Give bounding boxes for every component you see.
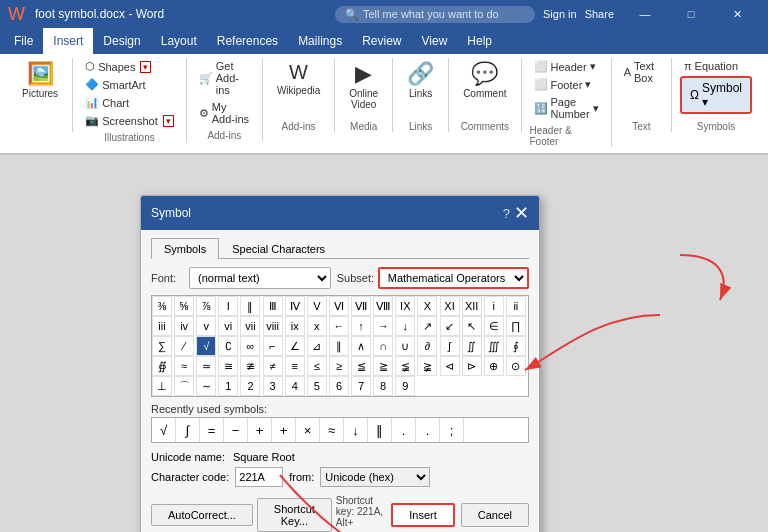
symbol-cell[interactable]: Ⅲ — [263, 296, 283, 316]
recent-symbol-cell[interactable]: + — [272, 418, 296, 442]
symbol-cell[interactable]: ∧ — [351, 336, 371, 356]
textbox-btn[interactable]: A Text Box — [620, 58, 663, 86]
symbol-cell[interactable]: ⊥ — [152, 376, 172, 396]
symbol-cell[interactable]: ⊳ — [462, 356, 482, 376]
symbol-cell[interactable]: vi — [218, 316, 238, 336]
symbol-cell[interactable]: ↓ — [395, 316, 415, 336]
symbol-btn[interactable]: Ω Symbol ▾ — [680, 76, 752, 114]
symbol-cell[interactable]: ≃ — [196, 356, 216, 376]
symbol-cell[interactable]: 8 — [373, 376, 393, 396]
dialog-help-btn[interactable]: ? — [503, 206, 510, 221]
symbol-cell[interactable]: ≨ — [395, 356, 415, 376]
symbol-cell[interactable]: 9 — [395, 376, 415, 396]
symbol-cell[interactable]: XI — [440, 296, 460, 316]
symbol-cell[interactable]: ∬ — [462, 336, 482, 356]
symbol-cell[interactable]: 6 — [329, 376, 349, 396]
symbol-cell[interactable]: Ⅶ — [351, 296, 371, 316]
symbol-cell[interactable]: ≧ — [373, 356, 393, 376]
close-btn[interactable]: ✕ — [714, 0, 760, 28]
symbol-cell[interactable]: ⌐ — [263, 336, 283, 356]
symbol-cell[interactable]: X — [417, 296, 437, 316]
symbol-cell[interactable]: ∩ — [373, 336, 393, 356]
screenshot-btn[interactable]: 📷 Screenshot ▾ — [81, 112, 178, 129]
symbol-cell[interactable]: viii — [263, 316, 283, 336]
menu-mailings[interactable]: Mailings — [288, 28, 352, 54]
symbol-cell[interactable]: 1 — [218, 376, 238, 396]
symbol-cell[interactable]: ⊙ — [506, 356, 526, 376]
symbol-cell[interactable]: ix — [285, 316, 305, 336]
recent-symbol-cell[interactable]: . — [416, 418, 440, 442]
minimize-btn[interactable]: — — [622, 0, 668, 28]
recent-symbol-cell[interactable]: = — [200, 418, 224, 442]
symbol-cell[interactable]: 5 — [307, 376, 327, 396]
insert-btn[interactable]: Insert — [391, 503, 455, 527]
symbol-cell[interactable]: ≥ — [329, 356, 349, 376]
symbol-cell[interactable]: ≩ — [417, 356, 437, 376]
menu-review[interactable]: Review — [352, 28, 411, 54]
chart-btn[interactable]: 📊 Chart — [81, 94, 133, 111]
recent-symbol-cell[interactable]: ↓ — [344, 418, 368, 442]
symbol-cell[interactable]: 3 — [263, 376, 283, 396]
symbol-cell[interactable]: ∪ — [395, 336, 415, 356]
symbol-cell[interactable]: ≤ — [307, 356, 327, 376]
shapes-btn[interactable]: ⬡ Shapes ▾ — [81, 58, 155, 75]
pagenumber-btn[interactable]: 🔢 Page Number ▾ — [530, 94, 603, 122]
symbol-cell[interactable]: ∭ — [484, 336, 504, 356]
symbol-cell[interactable]: 7 — [351, 376, 371, 396]
symbol-cell[interactable]: ∞ — [240, 336, 260, 356]
symbol-cell[interactable]: ∁ — [218, 336, 238, 356]
symbol-cell[interactable]: Ⅵ — [329, 296, 349, 316]
symbol-cell[interactable]: ⊕ — [484, 356, 504, 376]
symbol-cell[interactable]: ↑ — [351, 316, 371, 336]
symbol-cell[interactable]: Ⅳ — [285, 296, 305, 316]
comment-btn[interactable]: 💬 Comment — [457, 58, 512, 102]
symbol-cell[interactable]: ↗ — [417, 316, 437, 336]
menu-design[interactable]: Design — [93, 28, 150, 54]
symbol-cell[interactable]: x — [307, 316, 327, 336]
symbol-cell[interactable]: v — [196, 316, 216, 336]
dialog-close-btn[interactable]: ✕ — [514, 202, 529, 224]
symbol-cell[interactable]: ⌒ — [174, 376, 194, 396]
symbol-cell[interactable]: ↖ — [462, 316, 482, 336]
symbol-cell[interactable]: ∼ — [196, 376, 216, 396]
menu-layout[interactable]: Layout — [151, 28, 207, 54]
symbol-cell[interactable]: ↙ — [440, 316, 460, 336]
search-placeholder[interactable]: Tell me what you want to do — [363, 8, 499, 20]
shortcut-key-btn[interactable]: Shortcut Key... — [257, 498, 332, 532]
symbol-cell[interactable]: i — [484, 296, 504, 316]
menu-view[interactable]: View — [412, 28, 458, 54]
symbol-cell[interactable]: ∠ — [285, 336, 305, 356]
symbol-cell[interactable]: ∂ — [417, 336, 437, 356]
getaddins-btn[interactable]: 🛒 Get Add-ins — [195, 58, 254, 98]
symbol-cell[interactable]: iii — [152, 316, 172, 336]
menu-file[interactable]: File — [4, 28, 43, 54]
symbol-cell[interactable]: ≦ — [351, 356, 371, 376]
myaddins-btn[interactable]: ⚙ My Add-ins — [195, 99, 254, 127]
menu-insert[interactable]: Insert — [43, 28, 93, 54]
symbol-cell[interactable]: I — [218, 296, 238, 316]
font-select[interactable]: (normal text) — [189, 267, 331, 289]
symbol-cell[interactable]: IX — [395, 296, 415, 316]
symbol-cell[interactable]: ∑ — [152, 336, 172, 356]
symbol-cell[interactable]: ii — [506, 296, 526, 316]
symbol-cell[interactable]: ≈ — [174, 356, 194, 376]
char-code-input[interactable] — [235, 467, 283, 487]
header-btn[interactable]: ⬜ Header ▾ — [530, 58, 600, 75]
symbol-cell[interactable]: Ⅷ — [373, 296, 393, 316]
links-btn[interactable]: 🔗 Links — [401, 58, 440, 102]
symbol-cell[interactable]: ⁄ — [174, 336, 194, 356]
symbol-cell[interactable]: ∈ — [484, 316, 504, 336]
symbol-cell[interactable]: √ — [196, 336, 216, 356]
recent-symbol-cell[interactable]: + — [248, 418, 272, 442]
symbol-cell[interactable]: ← — [329, 316, 349, 336]
symbol-cell[interactable]: ⊲ — [440, 356, 460, 376]
share-btn[interactable]: Share — [585, 8, 614, 20]
recent-symbol-cell[interactable]: ≈ — [320, 418, 344, 442]
signin-btn[interactable]: Sign in — [543, 8, 577, 20]
equation-btn[interactable]: π Equation — [680, 58, 742, 74]
recent-symbol-cell[interactable]: ∫ — [176, 418, 200, 442]
recent-symbol-cell[interactable]: √ — [152, 418, 176, 442]
symbol-cell[interactable]: ≅ — [218, 356, 238, 376]
pictures-btn[interactable]: 🖼️ Pictures — [16, 58, 64, 102]
recent-symbol-cell[interactable]: ; — [440, 418, 464, 442]
